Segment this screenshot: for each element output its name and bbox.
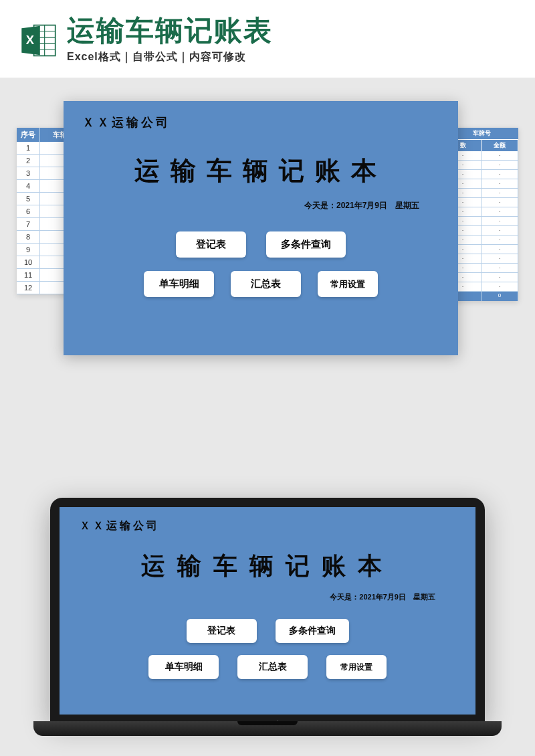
company-name: ＸＸ运输公司 (82, 114, 439, 130)
query-button[interactable]: 多条件查询 (266, 231, 346, 258)
settings-button[interactable]: 常用设置 (318, 271, 378, 297)
query-button[interactable]: 多条件查询 (276, 619, 349, 643)
row-index: 8 (17, 231, 40, 243)
page-title: 运输车辆记账表 (67, 17, 515, 45)
ledger-title: 运输车辆记账本 (82, 154, 439, 188)
row-index: 10 (17, 256, 40, 268)
row-index: 4 (17, 180, 40, 192)
date-line: 今天是：2021年7月9日 星期五 (82, 200, 419, 211)
row-index: 6 (17, 205, 40, 217)
page-subtitle: Excel格式｜自带公式｜内容可修改 (67, 50, 515, 64)
detail-button[interactable]: 单车明细 (148, 655, 219, 679)
settings-button[interactable]: 常用设置 (326, 655, 387, 679)
col-header-amount: 金额 (481, 140, 518, 151)
row-index: 2 (17, 155, 40, 167)
main-card: ＸＸ运输公司 运输车辆记账本 今天是：2021年7月9日 星期五 登记表 多条件… (64, 101, 458, 355)
detail-button[interactable]: 单车明细 (144, 271, 214, 297)
row-index: 12 (17, 282, 40, 294)
date-line: 今天是：2021年7月9日 星期五 (80, 592, 435, 602)
register-button[interactable]: 登记表 (187, 619, 257, 643)
register-button[interactable]: 登记表 (176, 231, 246, 258)
laptop-screen: ＸＸ运输公司 运输车辆记账本 今天是：2021年7月9日 星期五 登记表 多条件… (60, 507, 475, 715)
summary-button[interactable]: 汇总表 (231, 271, 301, 297)
row-index: 9 (17, 244, 40, 256)
row-index: 11 (17, 269, 40, 281)
summary-button[interactable]: 汇总表 (237, 655, 308, 679)
laptop-mockup: ＸＸ运输公司 运输车辆记账本 今天是：2021年7月9日 星期五 登记表 多条件… (50, 498, 485, 736)
col-header-index: 序号 (17, 128, 40, 142)
header: X 运输车辆记账表 Excel格式｜自带公式｜内容可修改 (0, 0, 535, 78)
row-index: 3 (17, 167, 40, 179)
excel-icon: X (20, 22, 57, 59)
company-name: ＸＸ运输公司 (80, 519, 455, 533)
ledger-title: 运输车辆记账本 (80, 550, 455, 583)
total-value: 0 (481, 292, 518, 301)
row-index: 5 (17, 193, 40, 205)
row-index: 7 (17, 218, 40, 230)
row-index: 1 (17, 142, 40, 154)
svg-text:X: X (26, 33, 35, 47)
laptop-base (33, 721, 502, 736)
template-preview: 序号 车辆 1 2 3 4 5 6 7 8 9 10 11 12 车牌号 数 金… (0, 98, 535, 419)
